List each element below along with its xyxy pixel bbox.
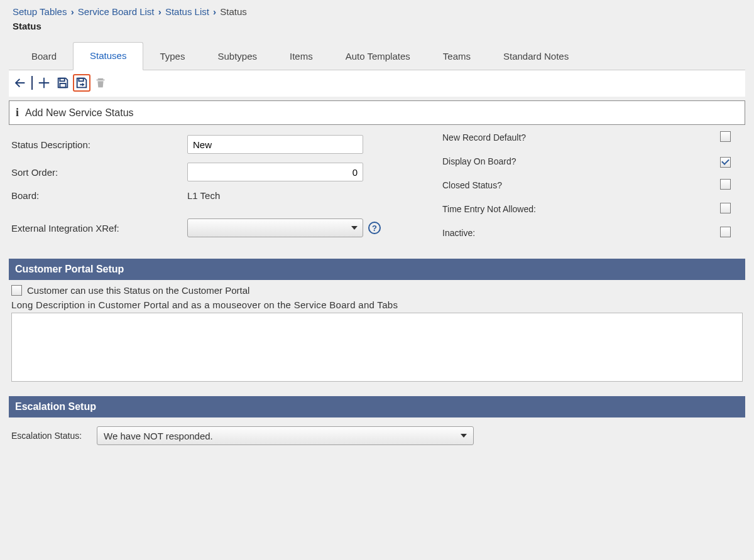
xref-label: External Integration XRef: — [11, 214, 187, 234]
svg-rect-0 — [60, 78, 64, 82]
tab-types[interactable]: Types — [143, 43, 201, 70]
inactive-label: Inactive: — [442, 228, 720, 238]
chevron-right-icon: › — [158, 6, 161, 17]
tab-auto-templates[interactable]: Auto Templates — [329, 43, 427, 70]
toolbar-divider — [31, 76, 33, 90]
time-entry-not-allowed-label: Time Entry Not Allowed: — [442, 204, 720, 214]
tab-statuses[interactable]: Statuses — [73, 42, 143, 70]
customer-portal-checkbox[interactable] — [11, 285, 22, 296]
tab-teams[interactable]: Teams — [427, 43, 487, 70]
breadcrumb-link[interactable]: Service Board List — [78, 6, 155, 17]
breadcrumb-current: Status — [220, 6, 247, 17]
closed-status-label: Closed Status? — [442, 180, 720, 190]
board-value: L1 Tech — [187, 190, 434, 201]
tab-items[interactable]: Items — [273, 43, 329, 70]
escalation-status-label: Escalation Status: — [11, 431, 82, 441]
info-bar: i Add New Service Status — [9, 100, 745, 125]
tab-subtypes[interactable]: Subtypes — [201, 43, 273, 70]
chevron-right-icon: › — [213, 6, 216, 17]
escalation-status-select[interactable]: We have NOT responded. — [97, 426, 474, 445]
back-button[interactable] — [11, 74, 29, 92]
tab-board[interactable]: Board — [15, 43, 73, 70]
new-record-default-checkbox[interactable] — [720, 131, 731, 142]
new-record-default-label: New Record Default? — [442, 132, 720, 143]
status-description-label: Status Description: — [11, 139, 187, 150]
toolbar — [9, 70, 745, 97]
closed-status-checkbox[interactable] — [720, 179, 731, 190]
breadcrumb-link[interactable]: Status List — [165, 6, 209, 17]
tab-standard-notes[interactable]: Standard Notes — [487, 43, 585, 70]
info-bar-text: Add New Service Status — [25, 107, 134, 119]
save-button[interactable] — [54, 74, 72, 92]
svg-rect-1 — [60, 83, 65, 87]
help-icon[interactable]: ? — [368, 222, 381, 234]
save-and-close-button[interactable] — [73, 74, 90, 92]
xref-select[interactable] — [187, 218, 363, 237]
customer-portal-header: Customer Portal Setup — [9, 259, 745, 280]
sort-order-input[interactable] — [187, 163, 363, 181]
info-icon: i — [16, 106, 19, 119]
new-button[interactable] — [35, 74, 53, 92]
display-on-board-label: Display On Board? — [442, 156, 720, 166]
svg-rect-2 — [79, 78, 83, 82]
delete-button[interactable] — [92, 74, 109, 92]
breadcrumb-link[interactable]: Setup Tables — [13, 6, 67, 17]
tab-bar: Board Statuses Types Subtypes Items Auto… — [9, 41, 745, 70]
display-on-board-checkbox[interactable] — [720, 157, 731, 168]
breadcrumb: Setup Tables › Service Board List › Stat… — [9, 4, 745, 18]
long-description-textarea[interactable] — [11, 313, 743, 382]
escalation-status-value: We have NOT responded. — [104, 431, 213, 441]
chevron-right-icon: › — [71, 6, 74, 17]
page-title: Status — [9, 18, 745, 41]
board-label: Board: — [11, 190, 187, 201]
customer-portal-checkbox-label: Customer can use this Status on the Cust… — [27, 285, 249, 296]
inactive-checkbox[interactable] — [720, 227, 731, 237]
escalation-header: Escalation Setup — [9, 396, 745, 417]
status-description-input[interactable] — [187, 135, 363, 154]
long-description-label: Long Description in Customer Portal and … — [11, 299, 743, 310]
chevron-down-icon — [351, 226, 358, 230]
chevron-down-icon — [461, 434, 467, 438]
time-entry-not-allowed-checkbox[interactable] — [720, 203, 731, 213]
sort-order-label: Sort Order: — [11, 167, 187, 178]
